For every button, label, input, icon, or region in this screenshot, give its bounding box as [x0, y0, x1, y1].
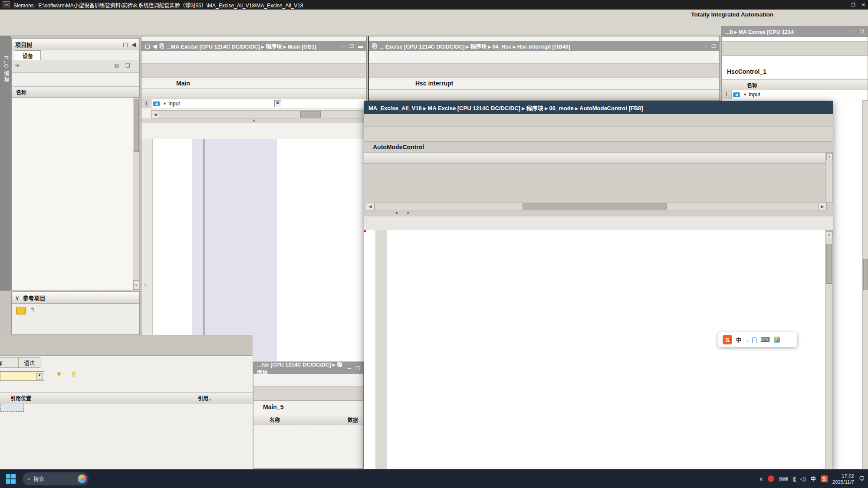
ime-punctuation-icon[interactable]: ·, — [745, 337, 748, 343]
main5-breadcrumb[interactable]: ...ise [CPU 1214C DC/DC/DC] ▸ 程序块 — [257, 360, 345, 377]
interface-row-input[interactable]: 1 ◀ ▼ Input ▦ — [141, 99, 366, 108]
network-margin: ≡ — [141, 139, 153, 361]
restore-icon[interactable]: ❐ — [851, 2, 855, 8]
editor2-restore-icon[interactable]: ❐ — [711, 43, 716, 49]
open-reference-icon[interactable] — [16, 307, 26, 314]
block-title-main: Main — [176, 80, 190, 87]
filter-funnel-icon[interactable]: ▼ — [56, 370, 62, 378]
plc-programming-side-strip[interactable]: PLC 编程 — [0, 36, 11, 291]
ime-toolbar[interactable]: S 中 ·, ⌨ — [718, 332, 797, 347]
tray-keyboard-icon[interactable]: ⌨ — [779, 475, 788, 482]
ime-lang-indicator[interactable]: 中 — [736, 336, 741, 344]
skin-palette-icon[interactable] — [774, 337, 780, 343]
editor-min-icon[interactable]: ─ — [342, 43, 345, 49]
popup-hscroll-right-icon[interactable]: ▶ — [818, 203, 827, 210]
sogou-tray-icon[interactable]: S — [821, 475, 828, 482]
automodecontrol-toolbar — [364, 126, 833, 142]
editor-hsc-interrupt: ⎘ ... Excise [CPU 1214C DC/DC/DC] ▸ 程序块 … — [368, 36, 720, 102]
main5-type-column: 数据 — [348, 416, 358, 423]
mic-icon[interactable] — [752, 337, 756, 343]
editor-undock-icon[interactable]: ◀ — [153, 43, 157, 49]
hscroll-left-icon[interactable]: ◀ — [151, 110, 160, 118]
keyboard-icon[interactable]: ⌨ — [760, 336, 770, 344]
filter-combobox[interactable]: ▼ — [0, 371, 44, 381]
editor-dock-icon[interactable]: ▢ — [145, 43, 150, 49]
tree-window-icon[interactable]: ❏ — [125, 62, 130, 69]
tree-scrollbar[interactable]: ∨ — [133, 98, 140, 291]
drag-handle-icon[interactable]: ≡ — [144, 282, 147, 288]
popup-table-scrollbar[interactable]: ∧ — [825, 152, 833, 203]
right-interface-row-input[interactable]: 1 ◀ ▼ Input — [722, 90, 868, 99]
lad-network-area[interactable] — [152, 139, 367, 361]
editor-close-icon[interactable]: ▬ — [358, 43, 363, 49]
device-config-icon[interactable]: ⊞ — [15, 62, 20, 69]
reference-projects-panel: ∨ 参考项目 ↰ — [11, 291, 140, 335]
search-icon: ⌕ — [27, 475, 30, 482]
window-title: Siemens - E:\software\MA小型设备训练营资料\实验\8.系… — [13, 1, 303, 9]
editor-hsc-table-header — [369, 89, 719, 101]
pin-icon[interactable]: ⚲ — [71, 370, 76, 378]
block-title-automodecontrol: AutoModeControl — [373, 144, 424, 151]
remove-reference-icon[interactable]: ↰ — [30, 306, 36, 314]
taskbar-search[interactable]: ⌕搜索 — [23, 472, 89, 485]
tree-float-icon[interactable]: ▢ — [123, 41, 128, 48]
notification-center-icon[interactable]: 🗨 — [859, 475, 865, 482]
project-tree-title: 项目树 — [15, 40, 32, 49]
editor2-min-icon[interactable]: ─ — [704, 43, 707, 49]
code-gutter — [375, 230, 387, 469]
sogou-logo-icon[interactable]: S — [723, 335, 732, 344]
tab-devices[interactable]: 设备 — [15, 50, 41, 60]
code-scrollbar[interactable]: ∧ — [825, 230, 833, 470]
clock-date: 2025/11/7 — [832, 479, 854, 485]
tia-brand-text: Totally Integrated Automation — [691, 11, 773, 18]
editor-hsc-toolbar — [369, 63, 719, 78]
search-highlight-icon — [78, 475, 86, 483]
multi-instance-icon[interactable]: ▦ — [274, 100, 281, 107]
main5-toolbar — [253, 386, 363, 401]
tray-chevron-icon[interactable]: ∧ — [759, 476, 763, 482]
popup-hscroll-left-icon[interactable]: ◀ — [366, 203, 375, 210]
right-restore-icon[interactable]: ❐ — [860, 29, 864, 35]
block-title-hsc-interrupt: Hsc interrupt — [415, 80, 453, 87]
minimize-icon[interactable]: ─ — [842, 2, 845, 8]
network-icon[interactable]: ((( — [792, 476, 795, 482]
main5-min-icon[interactable]: ─ — [348, 366, 351, 371]
refs-collapse-icon[interactable]: ∨ — [15, 295, 20, 301]
editor-main5: ...ise [CPU 1214C DC/DC/DC] ▸ 程序块 ─❐ Mai… — [253, 362, 364, 468]
editor-hsc-breadcrumb[interactable]: ... Excise [CPU 1214C DC/DC/DC] ▸ 程序块 ▸ … — [379, 42, 570, 50]
editor-main-hscrollbar[interactable] — [159, 110, 368, 118]
tree-collapse-icon[interactable]: ◀ — [132, 41, 136, 48]
windows-taskbar: ⌕搜索 ∧ ⌨ ((( ◁) 中 S 17:02 2025/11/7 🗨 — [0, 469, 868, 488]
volume-icon[interactable]: ◁) — [800, 476, 806, 482]
right-panel-toolbar — [722, 41, 868, 56]
editor-main-ob1: ▢◀ ⎘ ...MA Excise [CPU 1214C DC/DC/DC] ▸… — [141, 36, 367, 361]
automodecontrol-window: MA_Excise_All_V18 ▸ MA Excise [CPU 1214C… — [364, 101, 833, 469]
paperclip-icon: ⎘ — [372, 43, 377, 49]
tree-scroll-down-icon[interactable]: ∨ — [133, 280, 139, 290]
main5-restore-icon[interactable]: ❐ — [355, 366, 360, 371]
close-icon[interactable]: ✕ — [861, 2, 865, 8]
tab-syntax[interactable]: 语法 — [18, 357, 40, 368]
block-title-main5: Main_5 — [263, 403, 283, 410]
popup-hscrollbar[interactable] — [375, 203, 818, 210]
scl-code-editor[interactable] — [364, 230, 826, 469]
reference-projects-title: 参考项目 — [23, 294, 46, 302]
editor-main-table-header — [141, 88, 366, 100]
security-tray-icon[interactable] — [768, 475, 774, 482]
paperclip-icon: ⎘ — [159, 43, 164, 49]
input-lang-indicator[interactable]: 中 — [811, 475, 816, 482]
right-panel-scrollbar[interactable] — [862, 100, 868, 470]
tree-name-column: 名称 — [16, 88, 26, 96]
taskbar-clock[interactable]: 17:02 2025/11/7 — [832, 473, 854, 485]
start-button[interactable] — [3, 472, 18, 486]
automodecontrol-titlebar[interactable]: MA_Excise_All_V18 ▸ MA Excise [CPU 1214C… — [364, 101, 833, 114]
editor-restore-icon[interactable]: ❐ — [349, 43, 354, 49]
editor-main-breadcrumb[interactable]: ...MA Excise [CPU 1214C DC/DC/DC] ▸ 程序块 … — [166, 42, 316, 50]
tia-portal-screen: TIA Siemens - E:\software\MA小型设备训练营资料\实验… — [0, 0, 868, 488]
plc-strip-label: PLC 编程 — [3, 56, 10, 83]
right-panel-breadcrumb[interactable]: ...8 ▸ MA Excise [CPU 1214 — [725, 29, 794, 35]
tree-view-icon[interactable]: ▥ — [114, 62, 119, 69]
right-min-icon[interactable]: ─ — [852, 29, 855, 35]
selected-empty-cell[interactable] — [1, 404, 23, 411]
fb-call-block[interactable] — [192, 139, 277, 361]
